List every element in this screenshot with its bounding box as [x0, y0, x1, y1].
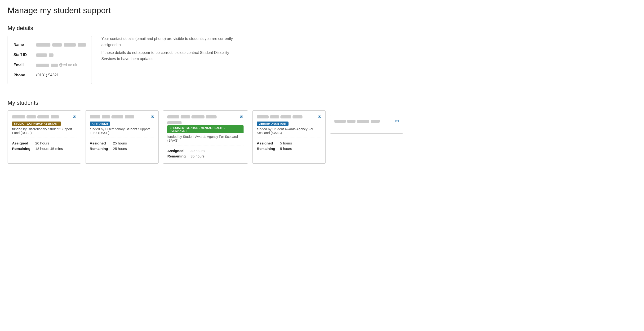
student-3-assigned-row: Assigned 30 hours — [167, 149, 244, 153]
student-partial-email-icon[interactable]: ✉ — [395, 119, 399, 124]
student-4-remaining-value: 5 hours — [280, 147, 292, 151]
student-4-badge-wrap: LIBRARY ASSISTANT — [257, 121, 321, 127]
student-3-badge-wrap: SPECIALIST MENTOR - MENTAL HEALTH - PERM… — [167, 125, 244, 135]
staffid-value — [36, 53, 54, 57]
staffid-label: Staff ID — [14, 53, 32, 57]
student-1-assigned-row: Assigned 20 hours — [12, 141, 76, 145]
student-card-2-header: ✉ — [90, 114, 154, 119]
student-partial-name — [334, 120, 380, 123]
student-card-1-header: ✉ — [12, 114, 76, 119]
student-4-remaining-row: Remaining 5 hours — [257, 147, 321, 151]
details-info: Your contact details (email and phone) a… — [101, 36, 243, 64]
email-row: Email @ed.ac.uk — [14, 60, 86, 70]
student-3-remaining-row: Remaining 30 hours — [167, 154, 244, 158]
student-3-email-icon[interactable]: ✉ — [240, 114, 244, 119]
student-1-badge: STUDIO - WORKSHOP ASSISTANT — [12, 121, 61, 126]
student-1-remaining-row: Remaining 18 hours 45 mins — [12, 147, 76, 151]
student-1-funded: funded by Discretionary Student Support … — [12, 127, 76, 138]
student-4-name — [257, 115, 302, 118]
student-2-remaining-row: Remaining 25 hours — [90, 147, 154, 151]
student-2-funded: funded by Discretionary Student Support … — [90, 127, 154, 138]
phone-row: Phone (0131) 54321 — [14, 70, 86, 80]
my-students-section: My students ✉ STUDIO - WORKSHOP ASSISTAN… — [8, 99, 636, 164]
student-1-assigned-label: Assigned — [12, 141, 33, 145]
name-row: Name — [14, 40, 86, 50]
student-1-badge-wrap: STUDIO - WORKSHOP ASSISTANT — [12, 121, 76, 127]
phone-value: (0131) 54321 — [36, 73, 59, 77]
my-students-heading: My students — [8, 99, 636, 106]
student-4-assigned-label: Assigned — [257, 141, 278, 145]
student-1-remaining-value: 18 hours 45 mins — [35, 147, 63, 151]
student-4-funded: funded by Student Awards Agency For Scot… — [257, 127, 321, 138]
details-layout: Name Staff ID Email — [8, 36, 636, 84]
student-1-email-icon[interactable]: ✉ — [73, 114, 76, 119]
student-3-name-line2 — [167, 121, 244, 124]
student-3-remaining-value: 30 hours — [190, 154, 204, 158]
email-value: @ed.ac.uk — [36, 63, 77, 67]
student-card-partial-header: ✉ — [334, 119, 399, 124]
section-divider — [8, 92, 636, 92]
student-2-assigned-value: 25 hours — [113, 141, 127, 145]
student-2-assigned-label: Assigned — [90, 141, 111, 145]
name-label: Name — [14, 42, 32, 47]
student-1-remaining-label: Remaining — [12, 147, 33, 151]
student-3-assigned-value: 30 hours — [190, 149, 204, 153]
student-3-remaining-label: Remaining — [167, 154, 189, 158]
my-details-section: My details Name Staff ID — [8, 25, 636, 84]
details-info-line1: Your contact details (email and phone) a… — [101, 36, 243, 48]
student-card-4: ✉ LIBRARY ASSISTANT funded by Student Aw… — [252, 110, 326, 164]
student-card-2: ✉ AT TRAINER funded by Discretionary Stu… — [85, 110, 158, 164]
student-2-badge: AT TRAINER — [90, 121, 110, 126]
student-3-name — [167, 115, 216, 118]
student-2-assigned-row: Assigned 25 hours — [90, 141, 154, 145]
student-4-email-icon[interactable]: ✉ — [318, 114, 321, 119]
student-4-remaining-label: Remaining — [257, 147, 278, 151]
page-title: Manage my student support — [8, 6, 636, 19]
staffid-row: Staff ID — [14, 50, 86, 60]
student-2-remaining-value: 25 hours — [113, 147, 127, 151]
student-card-3-header: ✉ — [167, 114, 244, 119]
student-2-name — [90, 115, 134, 118]
phone-label: Phone — [14, 73, 32, 77]
student-3-assigned-label: Assigned — [167, 149, 189, 153]
student-card-partial: ✉ — [330, 115, 403, 134]
my-details-heading: My details — [8, 25, 636, 31]
student-2-remaining-label: Remaining — [90, 147, 111, 151]
student-card-3: ✉ SPECIALIST MENTOR - MENTAL HEALTH - PE… — [163, 110, 248, 164]
student-card-4-header: ✉ — [257, 114, 321, 119]
student-4-badge: LIBRARY ASSISTANT — [257, 121, 288, 126]
details-info-line2: If these details do not appear to be cor… — [101, 50, 243, 62]
student-3-funded: funded by Student Awards Agency For Scot… — [167, 135, 244, 145]
student-2-email-icon[interactable]: ✉ — [150, 114, 154, 119]
student-4-assigned-row: Assigned 5 hours — [257, 141, 321, 145]
student-2-badge-wrap: AT TRAINER — [90, 121, 154, 127]
student-card-1: ✉ STUDIO - WORKSHOP ASSISTANT funded by … — [8, 110, 81, 164]
student-4-assigned-value: 5 hours — [280, 141, 292, 145]
student-3-badge: SPECIALIST MENTOR - MENTAL HEALTH - PERM… — [167, 125, 244, 133]
details-card: Name Staff ID Email — [8, 36, 92, 84]
email-label: Email — [14, 63, 32, 67]
student-1-assigned-value: 20 hours — [35, 141, 49, 145]
name-value — [36, 42, 86, 47]
students-grid: ✉ STUDIO - WORKSHOP ASSISTANT funded by … — [8, 110, 636, 164]
student-1-name — [12, 115, 59, 118]
